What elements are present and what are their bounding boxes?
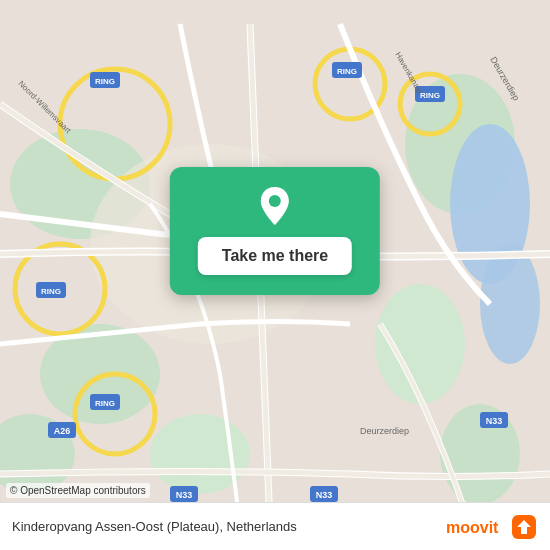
take-me-there-button[interactable]: Take me there	[198, 237, 352, 275]
osm-copyright: © OpenStreetMap contributors	[6, 483, 150, 498]
svg-text:Deurzerdiep: Deurzerdiep	[360, 426, 409, 436]
map-container: A26 N33 N33 N33 RING RING RING RING RING…	[0, 0, 550, 550]
location-pin-icon	[253, 183, 297, 227]
svg-text:N33: N33	[176, 490, 193, 500]
moovit-brand-icon	[510, 513, 538, 541]
svg-text:A26: A26	[54, 426, 71, 436]
moovit-logo-icon: moovit	[446, 515, 506, 539]
svg-text:RING: RING	[41, 287, 61, 296]
svg-text:N33: N33	[316, 490, 333, 500]
location-popup: Take me there	[170, 167, 380, 295]
location-label: Kinderopvang Assen-Oost (Plateau), Nethe…	[12, 519, 297, 534]
svg-text:RING: RING	[95, 77, 115, 86]
svg-text:RING: RING	[95, 399, 115, 408]
svg-text:RING: RING	[337, 67, 357, 76]
svg-text:moovit: moovit	[446, 519, 499, 536]
svg-text:RING: RING	[420, 91, 440, 100]
info-bar: Kinderopvang Assen-Oost (Plateau), Nethe…	[0, 502, 550, 550]
svg-point-40	[269, 195, 281, 207]
svg-text:N33: N33	[486, 416, 503, 426]
svg-point-3	[375, 284, 465, 404]
moovit-logo: moovit	[446, 513, 538, 541]
